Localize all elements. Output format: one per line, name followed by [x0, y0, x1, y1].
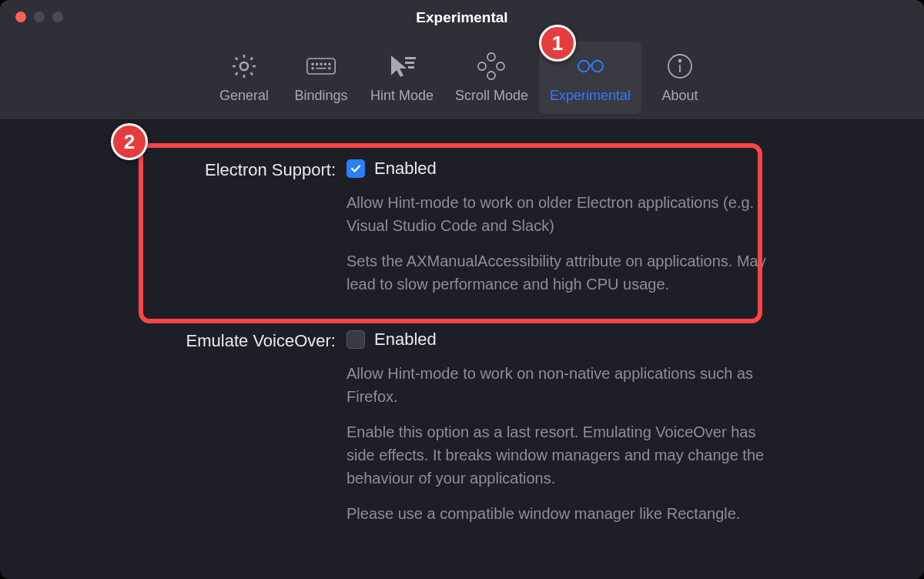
svg-point-2	[312, 63, 313, 65]
maximize-button[interactable]	[52, 12, 63, 22]
tab-label: Bindings	[294, 88, 347, 104]
gear-icon	[229, 51, 259, 82]
svg-point-3	[316, 63, 318, 65]
svg-rect-1	[307, 59, 335, 74]
tab-label: About	[662, 88, 698, 104]
svg-point-17	[578, 61, 589, 72]
svg-rect-10	[405, 57, 416, 59]
setting-body: Enabled Allow Hint-mode to work on older…	[346, 159, 778, 308]
tab-experimental[interactable]: Experimental	[539, 42, 641, 114]
setting-body: Enabled Allow Hint-mode to work on non-n…	[346, 330, 778, 537]
svg-point-7	[312, 68, 313, 69]
tab-general[interactable]: General	[206, 42, 283, 114]
svg-rect-11	[405, 62, 414, 64]
tab-label: General	[219, 88, 269, 104]
setting-electron-support: Electron Support: Enabled Allow Hint-mod…	[46, 159, 878, 308]
window-title: Experimental	[416, 9, 507, 26]
svg-point-15	[478, 62, 486, 70]
emulate-voiceover-checkbox[interactable]	[346, 330, 365, 349]
preferences-window: Experimental General Bindings	[0, 0, 924, 579]
checkbox-label: Enabled	[374, 330, 437, 350]
setting-description: Sets the AXManualAccessibility attribute…	[346, 249, 778, 296]
setting-label: Emulate VoiceOver:	[46, 330, 346, 537]
setting-label: Electron Support:	[46, 159, 346, 308]
checkbox-row: Enabled	[346, 159, 778, 179]
svg-point-0	[240, 62, 248, 70]
tab-label: Scroll Mode	[455, 88, 528, 104]
setting-description: Enable this option as a last resort. Emu…	[346, 420, 778, 490]
setting-description: Allow Hint-mode to work on non-native ap…	[346, 362, 778, 408]
svg-rect-12	[408, 66, 414, 69]
tab-scroll-mode[interactable]: Scroll Mode	[444, 42, 539, 114]
tab-toolbar: General Bindings	[0, 35, 924, 120]
tab-about[interactable]: About	[641, 42, 718, 114]
titlebar: Experimental	[0, 0, 924, 35]
svg-point-6	[329, 63, 330, 65]
svg-point-20	[679, 60, 681, 62]
keyboard-icon	[306, 51, 336, 82]
close-button[interactable]	[15, 12, 26, 22]
svg-point-16	[497, 62, 504, 70]
checkbox-label: Enabled	[374, 159, 437, 179]
setting-description: Allow Hint-mode to work on older Electro…	[346, 191, 778, 237]
tab-bindings[interactable]: Bindings	[283, 42, 360, 114]
tab-label: Experimental	[550, 88, 631, 104]
traffic-lights	[15, 12, 63, 22]
cursor-lines-icon	[387, 51, 417, 82]
svg-point-5	[324, 63, 326, 65]
svg-point-18	[591, 61, 602, 72]
content-area: Electron Support: Enabled Allow Hint-mod…	[0, 120, 924, 579]
svg-point-14	[487, 72, 495, 79]
check-icon	[350, 162, 362, 175]
tab-label: Hint Mode	[370, 88, 434, 104]
glasses-icon	[575, 51, 606, 82]
checkbox-row: Enabled	[346, 330, 778, 350]
svg-point-4	[320, 63, 322, 65]
setting-emulate-voiceover: Emulate VoiceOver: Enabled Allow Hint-mo…	[46, 330, 878, 537]
info-icon	[665, 51, 695, 82]
setting-description: Please use a compatible window manager l…	[346, 502, 778, 525]
minimize-button[interactable]	[34, 12, 45, 22]
svg-point-13	[487, 53, 495, 61]
svg-point-8	[329, 68, 330, 69]
tab-hint-mode[interactable]: Hint Mode	[360, 42, 444, 114]
electron-support-checkbox[interactable]	[346, 159, 365, 178]
dpad-icon	[476, 51, 507, 82]
